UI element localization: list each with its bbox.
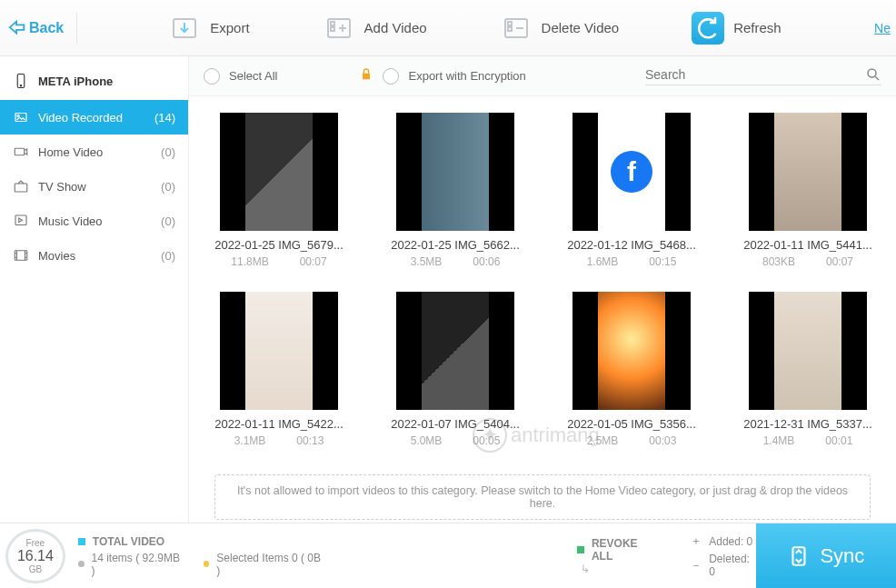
refresh-icon <box>692 12 724 45</box>
sidebar-item-movies[interactable]: Movies(0) <box>0 238 188 273</box>
toolbar-right-link[interactable]: Ne <box>874 21 891 35</box>
selected-items: Selected Items 0 ( 0B ) <box>216 552 323 577</box>
svg-point-10 <box>17 115 19 116</box>
video-duration: 00:06 <box>473 255 500 268</box>
encrypt-label: Export with Encryption <box>408 69 525 83</box>
video-thumbnail <box>572 292 691 410</box>
sync-button[interactable]: Sync <box>756 523 896 589</box>
total-video-label: TOTAL VIDEO <box>93 535 164 548</box>
video-filename: 2021-12-31 IMG_5337... <box>743 417 872 431</box>
video-thumbnail: f <box>572 113 691 231</box>
video-thumbnail <box>749 113 867 231</box>
video-thumbnail <box>220 292 338 410</box>
sidebar-item-label: Music Video <box>38 214 103 228</box>
video-filename: 2022-01-12 IMG_5468... <box>567 238 696 252</box>
total-stats: TOTAL VIDEO 14 items ( 92.9MB ) Selected… <box>78 535 324 577</box>
svg-rect-6 <box>508 27 512 31</box>
video-duration: 00:13 <box>296 434 324 447</box>
total-items: 14 items ( 92.9MB ) <box>92 552 183 577</box>
svg-rect-12 <box>15 184 27 192</box>
revoke-block: REVOKE ALL ↳ ＋Added: 0 －Deleted: 0 <box>577 533 755 578</box>
added-count: Added: 0 <box>709 535 752 548</box>
video-size: 803KB <box>762 255 795 268</box>
sync-label: Sync <box>820 544 864 568</box>
sidebar-item-label: Home Video <box>38 145 103 159</box>
video-card[interactable]: 2022-01-07 IMG_5404...5.0MB00:05 <box>382 292 529 447</box>
back-label: Back <box>29 20 64 36</box>
sidebar-item-count: (0) <box>161 180 175 194</box>
import-note: It's not allowed to import videos to thi… <box>214 474 871 520</box>
sidebar-item-music-video[interactable]: Music Video(0) <box>0 204 188 238</box>
video-filename: 2022-01-25 IMG_5662... <box>391 238 520 252</box>
svg-rect-2 <box>331 22 334 25</box>
encrypt-checkbox[interactable] <box>383 68 399 85</box>
video-card[interactable]: 2022-01-25 IMG_5662...3.5MB00:06 <box>382 113 529 268</box>
video-duration: 00:05 <box>473 434 500 447</box>
sidebar-item-label: Video Recorded <box>38 111 123 125</box>
video-size: 1.6MB <box>587 255 619 268</box>
content-pane: Select All Export with Encryption 2022-0… <box>189 56 896 523</box>
free-value: 16.14 <box>17 548 54 564</box>
add-video-button[interactable]: Add Video <box>323 12 427 45</box>
video-card[interactable]: 2022-01-05 IMG_5356...2.5MB00:03 <box>558 292 705 447</box>
svg-rect-13 <box>15 215 26 225</box>
video-duration: 00:07 <box>826 255 853 268</box>
video-filename: 2022-01-25 IMG_5679... <box>214 238 343 252</box>
device-row[interactable]: META iPhone <box>0 62 188 100</box>
video-size: 11.8MB <box>231 255 268 268</box>
refresh-label: Refresh <box>733 20 782 35</box>
svg-point-15 <box>868 69 876 77</box>
select-all-checkbox[interactable] <box>204 68 220 85</box>
svg-rect-5 <box>508 22 512 25</box>
video-grid: 2022-01-25 IMG_5679...11.8MB00:072022-01… <box>189 96 896 523</box>
video-size: 3.1MB <box>234 434 266 447</box>
svg-rect-11 <box>15 148 25 155</box>
video-card[interactable]: 2022-01-11 IMG_5422...3.1MB00:13 <box>205 292 353 447</box>
sync-icon <box>787 544 811 568</box>
search-field[interactable] <box>645 66 881 85</box>
footer-bar: Free 16.14 GB TOTAL VIDEO 14 items ( 92.… <box>0 523 896 588</box>
video-duration: 00:03 <box>649 434 676 447</box>
free-label: Free <box>26 538 45 548</box>
svg-rect-3 <box>331 27 334 31</box>
sidebar-item-count: (14) <box>154 111 175 125</box>
video-thumbnail <box>396 113 514 231</box>
video-duration: 00:01 <box>825 434 852 447</box>
sidebar-item-tv-show[interactable]: TV Show(0) <box>0 169 188 204</box>
video-card[interactable]: 2022-01-25 IMG_5679...11.8MB00:07 <box>205 113 353 268</box>
video-duration: 00:15 <box>649 255 676 268</box>
video-thumbnail <box>749 292 867 410</box>
video-thumbnail <box>220 113 338 231</box>
video-card[interactable]: 2021-12-31 IMG_5337...1.4MB00:01 <box>734 292 881 447</box>
lock-icon <box>359 67 373 85</box>
video-filename: 2022-01-05 IMG_5356... <box>567 417 696 431</box>
back-button[interactable]: Back <box>5 13 77 44</box>
search-input[interactable] <box>645 67 865 82</box>
export-icon <box>168 12 201 45</box>
revoke-label: REVOKE ALL <box>592 537 658 563</box>
storage-gauge: Free 16.14 GB <box>5 529 65 583</box>
sidebar-item-video-recorded[interactable]: Video Recorded(14) <box>0 100 188 135</box>
delete-video-label: Delete Video <box>542 20 620 35</box>
video-card[interactable]: 2022-01-11 IMG_5441...803KB00:07 <box>734 113 881 268</box>
delete-video-button[interactable]: Delete Video <box>500 12 620 45</box>
svg-point-8 <box>20 85 22 87</box>
export-label: Export <box>210 20 249 35</box>
sub-toolbar: Select All Export with Encryption <box>189 56 896 96</box>
main-toolbar: Back Export Add Video Delete Video Refre… <box>0 0 896 56</box>
sidebar-item-home-video[interactable]: Home Video(0) <box>0 135 188 169</box>
add-video-label: Add Video <box>364 20 427 35</box>
svg-rect-7 <box>17 75 25 88</box>
refresh-button[interactable]: Refresh <box>692 12 782 45</box>
video-filename: 2022-01-11 IMG_5441... <box>743 238 872 252</box>
video-size: 3.5MB <box>411 255 443 268</box>
sidebar-item-label: Movies <box>38 249 75 263</box>
add-video-icon <box>323 12 355 45</box>
video-filename: 2022-01-11 IMG_5422... <box>214 417 343 431</box>
video-duration: 00:07 <box>300 255 327 268</box>
video-size: 5.0MB <box>411 434 443 447</box>
delete-video-icon <box>500 12 533 45</box>
video-card[interactable]: f2022-01-12 IMG_5468...1.6MB00:15 <box>558 113 705 268</box>
export-button[interactable]: Export <box>168 12 249 45</box>
sidebar-item-count: (0) <box>161 249 175 263</box>
